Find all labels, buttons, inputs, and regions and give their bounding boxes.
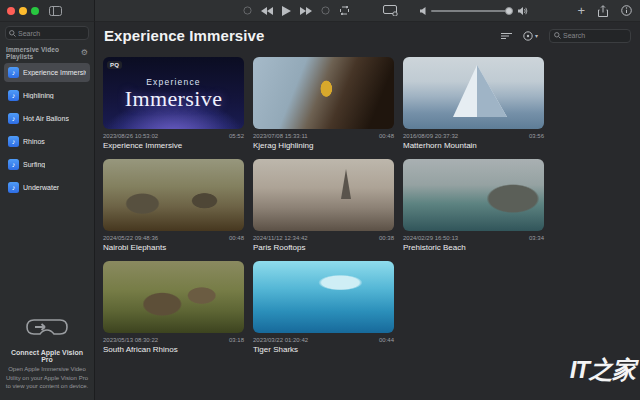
sidebar-item-highlining[interactable]: ♪ Highlining [4, 86, 90, 105]
video-duration: 00:48 [229, 235, 244, 241]
sidebar-item-experience-immersive[interactable]: ♪ Experience Immersive [4, 63, 90, 82]
playback-controls [243, 6, 350, 16]
mirror-icon[interactable] [339, 6, 350, 15]
gear-icon[interactable]: ⚙ [81, 49, 88, 57]
video-thumbnail[interactable] [253, 261, 394, 333]
close-window-button[interactable] [7, 7, 15, 15]
sidebar-section-header: Immersive Video Playlists ⚙ [0, 43, 94, 62]
minimize-window-button[interactable] [19, 7, 27, 15]
share-icon[interactable] [598, 5, 608, 17]
sidebar-item-rhinos[interactable]: ♪ Rhinos [4, 132, 90, 151]
sidebar-search-input[interactable] [18, 30, 85, 37]
repeat-icon[interactable] [243, 6, 252, 15]
connect-vision-pro-panel: Connect Apple Vision Pro Open Apple Imme… [0, 317, 94, 391]
sidebar: Immersive Video Playlists ⚙ ♪ Experience… [0, 22, 95, 400]
volume-max-icon[interactable] [518, 7, 528, 15]
playlist-icon: ♪ [8, 113, 19, 124]
main-toolbar: + [95, 0, 640, 22]
window-body: Immersive Video Playlists ⚙ ♪ Experience… [0, 22, 640, 400]
video-date: 2023/03/22 01:20:42 [253, 337, 308, 343]
rewind-button[interactable] [261, 7, 273, 15]
video-card-matterhorn-mountain[interactable]: 2016/08/09 20:37:32 03:56 Matterhorn Mou… [403, 57, 544, 150]
display-settings-icon[interactable] [383, 5, 398, 16]
playlist-icon: ♪ [8, 182, 19, 193]
video-date: 2016/08/09 20:37:32 [403, 133, 458, 139]
sidebar-item-label: Hot Air Ballons [23, 115, 69, 122]
video-thumbnail[interactable] [403, 159, 544, 231]
video-date: 2023/08/26 10:53:02 [103, 133, 158, 139]
video-meta: 2023/08/26 10:53:02 05:52 [103, 133, 244, 139]
video-thumbnail[interactable] [253, 159, 394, 231]
video-title: Nairobi Elephants [103, 243, 244, 252]
playlist-icon: ♪ [8, 67, 19, 78]
sidebar-item-hot-air-ballons[interactable]: ♪ Hot Air Ballons [4, 109, 90, 128]
video-meta: 2024/11/12 12:34:42 00:38 [253, 235, 394, 241]
grid-search-field[interactable] [549, 29, 631, 43]
volume-min-icon[interactable] [420, 7, 426, 15]
video-thumbnail[interactable] [253, 57, 394, 129]
volume-control [420, 7, 528, 15]
sidebar-toggle-icon[interactable] [49, 6, 62, 16]
volume-slider[interactable] [431, 10, 513, 12]
sidebar-search-field[interactable] [5, 26, 89, 40]
video-card-prehistoric-beach[interactable]: 2024/02/29 16:50:13 03:34 Prehistoric Be… [403, 159, 544, 252]
playlist-icon: ♪ [8, 90, 19, 101]
sidebar-item-underwater[interactable]: ♪ Underwater [4, 178, 90, 197]
sort-list-icon[interactable] [501, 32, 512, 40]
grid-search-input[interactable] [563, 32, 626, 39]
video-title: South African Rhinos [103, 345, 244, 354]
video-card-experience-immersive[interactable]: PQ Experience Immersive 2023/08/26 10:53… [103, 57, 244, 150]
sidebar-item-label: Experience Immersive [23, 69, 86, 76]
video-card-nairobi-elephants[interactable]: 2024/05/22 09:48:36 00:48 Nairobi Elepha… [103, 159, 244, 252]
video-card-paris-rooftops[interactable]: 2024/11/12 12:34:42 00:38 Paris Rooftops [253, 159, 394, 252]
sidebar-item-surfing[interactable]: ♪ Surfing [4, 155, 90, 174]
video-duration: 03:18 [229, 337, 244, 343]
info-icon[interactable] [621, 5, 632, 16]
connect-description: Open Apple Immersive Video Utility on yo… [5, 365, 89, 391]
toolbar-right-actions: + [577, 4, 632, 17]
video-title: Prehistoric Beach [403, 243, 544, 252]
sidebar-item-label: Rhinos [23, 138, 45, 145]
video-duration: 00:48 [379, 133, 394, 139]
filter-dropdown[interactable]: ▾ [523, 31, 538, 41]
video-meta: 2023/03/22 01:20:42 00:44 [253, 337, 394, 343]
ithome-watermark: IT之家 [570, 354, 635, 386]
main-content: Experience Immersive ▾ [95, 22, 640, 400]
artwork-line2: Immersive [125, 88, 223, 110]
video-duration: 05:52 [229, 133, 244, 139]
video-card-kjerag-highlining[interactable]: 2023/07/08 15:33:11 00:48 Kjerag Highlin… [253, 57, 394, 150]
fast-forward-button[interactable] [300, 7, 312, 15]
playlist-icon: ♪ [8, 159, 19, 170]
video-date: 2024/11/12 12:34:42 [253, 235, 308, 241]
volume-slider-knob[interactable] [505, 7, 513, 15]
video-date: 2023/05/13 08:30:22 [103, 337, 158, 343]
video-meta: 2023/05/13 08:30:22 03:18 [103, 337, 244, 343]
content-header: Experience Immersive ▾ [95, 22, 640, 49]
video-card-south-african-rhinos[interactable]: 2023/05/13 08:30:22 03:18 South African … [103, 261, 244, 354]
video-title: Tiger Sharks [253, 345, 394, 354]
video-title: Kjerag Highlining [253, 141, 394, 150]
artwork-line1: Experience [146, 77, 201, 87]
playlist-list: ♪ Experience Immersive ♪ Highlining ♪ Ho… [0, 62, 94, 198]
video-title: Experience Immersive [103, 141, 244, 150]
zoom-window-button[interactable] [31, 7, 39, 15]
connect-title: Connect Apple Vision Pro [5, 349, 89, 363]
video-thumbnail[interactable]: PQ Experience Immersive [103, 57, 244, 129]
video-card-tiger-sharks[interactable]: 2023/03/22 01:20:42 00:44 Tiger Sharks [253, 261, 394, 354]
video-date: 2024/05/22 09:48:36 [103, 235, 158, 241]
artwork-text: Experience Immersive [103, 57, 244, 129]
search-icon [554, 32, 561, 39]
video-grid: PQ Experience Immersive 2023/08/26 10:53… [95, 49, 640, 354]
header-controls: ▾ [501, 29, 631, 43]
video-thumbnail[interactable] [403, 57, 544, 129]
video-thumbnail[interactable] [103, 261, 244, 333]
video-meta: 2023/07/08 15:33:11 00:48 [253, 133, 394, 139]
video-date: 2023/07/08 15:33:11 [253, 133, 308, 139]
add-button[interactable]: + [577, 4, 585, 17]
video-duration: 03:34 [529, 235, 544, 241]
video-thumbnail[interactable] [103, 159, 244, 231]
record-icon[interactable] [321, 6, 330, 15]
sidebar-item-label: Underwater [23, 184, 59, 191]
play-button[interactable] [282, 6, 291, 16]
chevron-down-icon: ▾ [535, 32, 538, 39]
